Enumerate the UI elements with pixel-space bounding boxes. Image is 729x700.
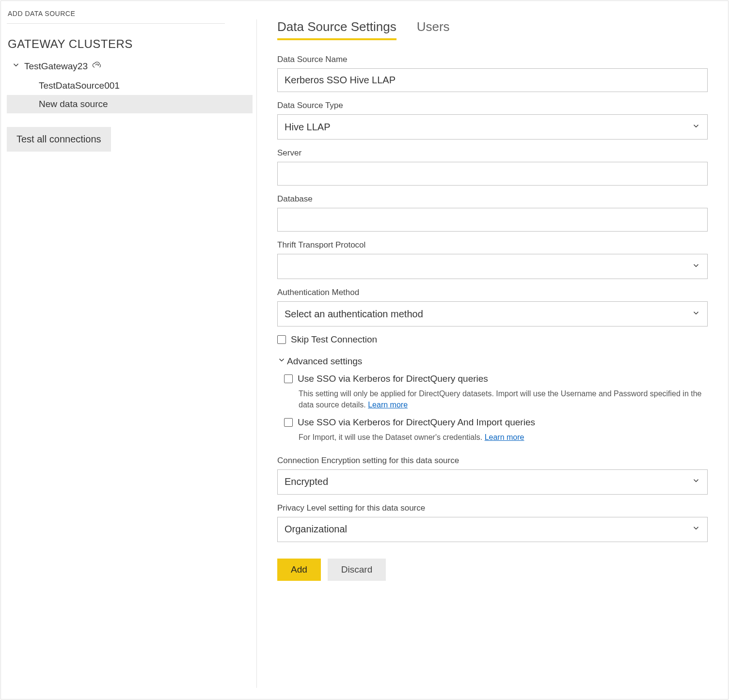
gateway-clusters-heading: GATEWAY CLUSTERS bbox=[7, 37, 256, 51]
privacy-level-value: Organizational bbox=[285, 524, 347, 535]
add-button[interactable]: Add bbox=[277, 559, 321, 581]
data-source-type-value: Hive LLAP bbox=[285, 122, 331, 133]
sso-directquery-label: Use SSO via Kerberos for DirectQuery que… bbox=[298, 373, 488, 384]
gateway-name-label: TestGateway23 bbox=[24, 61, 88, 72]
auth-method-select[interactable]: Select an authentication method bbox=[277, 301, 708, 327]
gateway-tree-node[interactable]: TestGateway23 bbox=[7, 59, 256, 77]
new-data-source-item[interactable]: New data source bbox=[7, 95, 253, 113]
data-source-item[interactable]: TestDataSource001 bbox=[7, 77, 256, 95]
gateway-children: TestDataSource001 New data source bbox=[7, 77, 256, 113]
privacy-level-select[interactable]: Organizational bbox=[277, 517, 708, 542]
data-source-name-input[interactable] bbox=[277, 68, 708, 92]
database-input[interactable] bbox=[277, 208, 708, 232]
chevron-down-icon bbox=[692, 122, 700, 133]
learn-more-link[interactable]: Learn more bbox=[485, 433, 524, 441]
encryption-value: Encrypted bbox=[285, 476, 328, 487]
skip-test-connection-label: Skip Test Connection bbox=[291, 334, 377, 345]
sso-directquery-help-text: This setting will only be applied for Di… bbox=[299, 389, 702, 409]
add-data-source-link[interactable]: ADD DATA SOURCE bbox=[7, 7, 75, 23]
chevron-down-icon bbox=[12, 61, 20, 72]
sso-dq-import-row: Use SSO via Kerberos for DirectQuery And… bbox=[284, 417, 708, 428]
sso-dq-import-label: Use SSO via Kerberos for DirectQuery And… bbox=[298, 417, 535, 428]
thrift-protocol-label: Thrift Transport Protocol bbox=[277, 240, 708, 250]
encryption-select[interactable]: Encrypted bbox=[277, 469, 708, 495]
tab-data-source-settings[interactable]: Data Source Settings bbox=[277, 19, 396, 40]
chevron-down-icon bbox=[692, 476, 700, 487]
sidebar: ADD DATA SOURCE GATEWAY CLUSTERS TestGat… bbox=[1, 1, 256, 699]
learn-more-link[interactable]: Learn more bbox=[368, 401, 408, 409]
divider-line bbox=[7, 23, 225, 24]
privacy-level-label: Privacy Level setting for this data sour… bbox=[277, 503, 708, 513]
data-source-name-label: Data Source Name bbox=[277, 55, 708, 64]
chevron-down-icon bbox=[692, 524, 700, 535]
button-row: Add Discard bbox=[277, 559, 708, 581]
advanced-settings-label: Advanced settings bbox=[287, 356, 362, 367]
tab-users[interactable]: Users bbox=[417, 19, 450, 40]
sso-dq-import-help: For Import, it will use the Dataset owne… bbox=[299, 432, 708, 443]
data-source-type-label: Data Source Type bbox=[277, 101, 708, 110]
encryption-label: Connection Encryption setting for this d… bbox=[277, 456, 708, 466]
chevron-down-icon bbox=[692, 309, 700, 320]
cloud-sync-icon bbox=[92, 61, 102, 72]
chevron-down-icon bbox=[277, 356, 286, 367]
advanced-settings-toggle[interactable]: Advanced settings bbox=[277, 356, 708, 367]
test-all-connections-button[interactable]: Test all connections bbox=[7, 127, 111, 152]
server-label: Server bbox=[277, 148, 708, 158]
main-panel: Data Source Settings Users Data Source N… bbox=[257, 1, 728, 699]
sso-dq-import-help-text: For Import, it will use the Dataset owne… bbox=[299, 433, 485, 441]
skip-test-connection-row: Skip Test Connection bbox=[277, 334, 708, 345]
skip-test-connection-checkbox[interactable] bbox=[277, 335, 286, 344]
sso-directquery-help: This setting will only be applied for Di… bbox=[299, 388, 708, 410]
server-input[interactable] bbox=[277, 162, 708, 186]
sso-directquery-checkbox[interactable] bbox=[284, 374, 293, 383]
data-source-type-select[interactable]: Hive LLAP bbox=[277, 114, 708, 140]
tab-bar: Data Source Settings Users bbox=[277, 19, 708, 40]
database-label: Database bbox=[277, 194, 708, 204]
sso-directquery-row: Use SSO via Kerberos for DirectQuery que… bbox=[284, 373, 708, 384]
sso-dq-import-checkbox[interactable] bbox=[284, 418, 293, 427]
thrift-protocol-select[interactable] bbox=[277, 254, 708, 279]
discard-button[interactable]: Discard bbox=[328, 559, 386, 581]
chevron-down-icon bbox=[692, 261, 700, 272]
auth-method-label: Authentication Method bbox=[277, 288, 708, 297]
auth-method-value: Select an authentication method bbox=[285, 309, 423, 320]
